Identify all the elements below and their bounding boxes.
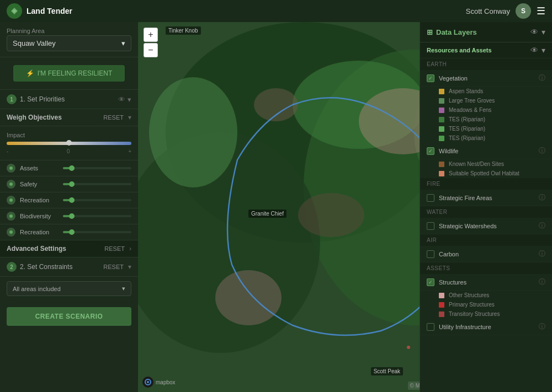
- svg-point-2: [9, 182, 13, 186]
- sublayer-tes3: TES (Riparian): [420, 133, 552, 143]
- avatar: S: [516, 3, 531, 19]
- recreation2-slider[interactable]: [63, 231, 131, 233]
- resources-chevron-icon[interactable]: ▾: [542, 46, 545, 55]
- impact-slider-track[interactable]: [7, 142, 131, 145]
- panel-chevron-icon[interactable]: ▾: [542, 28, 545, 36]
- map-controls: + −: [144, 28, 158, 57]
- constraint-area-select[interactable]: All areas included ▾: [7, 281, 131, 296]
- water-info-icon[interactable]: ⓘ: [539, 221, 545, 230]
- step1-label: 1. Set Priorities: [20, 95, 65, 103]
- chevron-down-icon[interactable]: ▾: [128, 95, 131, 104]
- planning-area-select[interactable]: Squaw Valley ▾: [7, 35, 131, 51]
- strategic-fire-layer-item[interactable]: Strategic Fire Areas ⓘ: [420, 190, 552, 206]
- data-layers-header: ⊞ Data Layers 👁 ▾: [420, 22, 552, 42]
- create-scenario-button[interactable]: CREATE SCENARIO: [7, 307, 131, 326]
- meadows-label: Meadows & Fens: [449, 107, 491, 113]
- vegetation-layer-item[interactable]: Vegetation ⓘ: [420, 70, 552, 87]
- step1-header[interactable]: 1 1. Set Priorities 👁 ▾: [0, 90, 138, 109]
- zoom-in-button[interactable]: +: [144, 28, 158, 42]
- biodiversity-slider[interactable]: [63, 215, 131, 217]
- carbon-checkbox[interactable]: [427, 250, 434, 258]
- weigh-objectives-section: Weigh Objectives RESET ▾: [0, 109, 138, 126]
- carbon-label: Carbon: [439, 251, 534, 257]
- structures-checkbox[interactable]: [427, 278, 434, 286]
- carbon-layer-item[interactable]: Carbon ⓘ: [420, 246, 552, 262]
- safety-icon: [7, 180, 15, 189]
- resources-assets-item[interactable]: Resources and Assets 👁 ▾: [420, 42, 552, 58]
- structures-info-icon[interactable]: ⓘ: [539, 277, 545, 287]
- utility-infrastructure-label: Utility Infrastructure: [439, 324, 534, 330]
- planning-area-label: Planning Area: [7, 28, 131, 34]
- vegetation-checkbox[interactable]: [427, 74, 434, 82]
- large-tree-color-swatch: [439, 98, 444, 104]
- advanced-chevron-icon[interactable]: ›: [129, 245, 131, 253]
- layers-icon: ⊞: [427, 28, 433, 36]
- weigh-reset-button[interactable]: RESET: [103, 114, 124, 121]
- vegetation-info-icon[interactable]: ⓘ: [539, 73, 545, 83]
- wildlife-info-icon[interactable]: ⓘ: [539, 146, 545, 155]
- user-name: Scott Conway: [466, 7, 510, 15]
- eye-icon[interactable]: 👁: [530, 28, 538, 36]
- biodiversity-icon: [7, 212, 15, 221]
- step2-number: 2: [7, 262, 17, 272]
- planning-area-section: Planning Area Squaw Valley ▾: [0, 22, 138, 57]
- assets-slider[interactable]: [63, 167, 131, 169]
- panel-header-actions: 👁 ▾: [530, 28, 545, 36]
- svg-point-3: [9, 198, 13, 202]
- transitory-structures-label: Transitory Structures: [449, 311, 500, 317]
- constraint-placeholder: All areas included: [13, 286, 61, 292]
- carbon-info-icon[interactable]: ⓘ: [539, 249, 545, 259]
- utility-info-icon[interactable]: ⓘ: [539, 322, 545, 331]
- transitory-structures-swatch: [439, 312, 444, 317]
- resources-eye-icon[interactable]: 👁: [530, 46, 538, 55]
- impact-slider-section: Impact - 0 +: [0, 126, 138, 160]
- app-header: Land Tender Scott Conway S ☰: [0, 0, 552, 22]
- step1-icons: 👁 ▾: [118, 95, 131, 104]
- structures-layer-item[interactable]: Structures ⓘ: [420, 274, 552, 291]
- lightning-icon: ⚡: [26, 69, 34, 77]
- impact-slider-thumb[interactable]: [66, 140, 72, 146]
- advanced-settings-section[interactable]: Advanced Settings RESET ›: [0, 240, 138, 257]
- weigh-chevron-icon[interactable]: ▾: [128, 114, 131, 121]
- wildlife-layer-item[interactable]: Wildlife ⓘ: [420, 143, 552, 159]
- step2-chevron-icon[interactable]: ▾: [128, 263, 131, 271]
- svg-point-4: [9, 214, 13, 218]
- zoom-out-button[interactable]: −: [144, 43, 158, 57]
- resources-assets-label: Resources and Assets: [427, 47, 492, 53]
- fire-info-icon[interactable]: ⓘ: [539, 193, 545, 202]
- visibility-icon[interactable]: 👁: [118, 95, 125, 104]
- utility-infrastructure-checkbox[interactable]: [427, 323, 434, 331]
- mapbox-label: mapbox: [156, 379, 176, 385]
- large-tree-label: Large Tree Groves: [449, 98, 495, 104]
- constraint-reset-button[interactable]: RESET: [103, 264, 124, 270]
- safety-slider[interactable]: [63, 183, 131, 185]
- logo: Land Tender: [7, 3, 72, 19]
- fire-category-label: Fire: [420, 178, 552, 190]
- logo-icon: [7, 3, 22, 19]
- sublayer-tes2: TES (Riparian): [420, 124, 552, 133]
- tes1-label: TES (Riparian): [449, 116, 485, 122]
- svg-point-11: [149, 77, 237, 187]
- slider-range: - 0 +: [7, 148, 131, 154]
- meadows-color-swatch: [439, 108, 444, 113]
- sublayer-owl: Suitable Spotted Owl Habitat: [420, 169, 552, 178]
- biodiversity-label: Biodiversity: [20, 213, 59, 219]
- strategic-watersheds-checkbox[interactable]: [427, 222, 434, 230]
- advanced-reset-button[interactable]: RESET: [104, 245, 125, 252]
- slider-max: +: [128, 148, 131, 154]
- strategic-watersheds-layer-item[interactable]: Strategic Watersheds ⓘ: [420, 218, 552, 234]
- recreation-slider[interactable]: [63, 199, 131, 201]
- strategic-fire-label: Strategic Fire Areas: [439, 195, 534, 201]
- step2-label: 2. Set Constraints: [20, 263, 72, 271]
- utility-infrastructure-layer-item[interactable]: Utility Infrastructure ⓘ: [420, 319, 552, 335]
- assets-category-label: Assets: [420, 262, 552, 274]
- impact-label: Impact: [7, 132, 25, 138]
- sublayer-primary-structures: Primary Structures: [420, 300, 552, 309]
- wildlife-checkbox[interactable]: [427, 147, 434, 155]
- menu-icon[interactable]: ☰: [537, 5, 545, 17]
- impact-label-row: Impact: [7, 132, 131, 138]
- strategic-fire-checkbox[interactable]: [427, 194, 434, 202]
- owl-label: Suitable Spotted Owl Habitat: [449, 170, 519, 176]
- feeling-resilient-button[interactable]: ⚡ I'M FEELING RESILIENT: [13, 65, 125, 82]
- recreation2-label: Recreation: [20, 229, 59, 235]
